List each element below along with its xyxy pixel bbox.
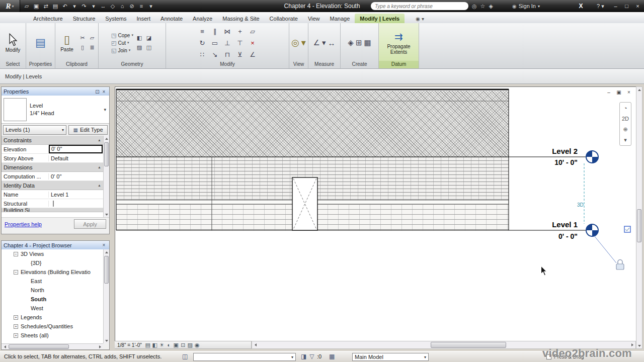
match-type-icon[interactable]: ▯	[78, 44, 87, 52]
search-box[interactable]	[371, 2, 468, 10]
level-1-name[interactable]: Level 1	[507, 220, 578, 229]
collapse-icon[interactable]: ▲	[98, 165, 103, 169]
browser-horizontal-scrollbar[interactable]	[2, 343, 103, 349]
scrollbar-thumb[interactable]	[9, 344, 69, 349]
scrollbar-thumb[interactable]	[104, 256, 109, 284]
view-close-icon[interactable]: ×	[626, 89, 632, 95]
properties-button[interactable]: ▤	[28, 37, 53, 49]
structural-checkbox[interactable]	[53, 201, 54, 207]
sync-icon[interactable]: ⇄	[42, 3, 49, 10]
level-2-name[interactable]: Level 2	[507, 147, 578, 155]
measure-angle-icon[interactable]: ∠	[249, 50, 257, 58]
save-icon[interactable]: ▣	[33, 3, 40, 10]
trim-icon[interactable]: ▭	[211, 39, 219, 47]
elevation-value-field[interactable]: 0' 0"	[49, 145, 103, 153]
temporary-hide-icon[interactable]: ▨	[187, 342, 194, 348]
panel-label-select[interactable]: Select	[0, 61, 26, 68]
offset-icon[interactable]: ∥	[211, 27, 219, 35]
tab-collaborate[interactable]: Collaborate	[265, 14, 303, 23]
scroll-down-icon[interactable]	[104, 212, 109, 217]
tab-massing-site[interactable]: Massing & Site	[217, 14, 264, 23]
beam-joins-icon[interactable]: ◫	[145, 44, 153, 52]
tab-annotate[interactable]: Annotate	[155, 14, 188, 23]
worksets-combo[interactable]: ▾	[193, 353, 296, 361]
browser-item-schedules[interactable]: + Schedules/Quantities	[2, 322, 103, 331]
view-scale-button[interactable]: 1/8" = 1'-0"	[117, 342, 142, 348]
edit-type-button[interactable]: ▦ Edit Type	[68, 125, 108, 135]
undo-dropdown-icon[interactable]: ▾	[71, 3, 78, 10]
panel-label-measure[interactable]: Measure	[308, 61, 340, 68]
properties-scrollbar[interactable]	[103, 136, 109, 217]
panel-label-geometry[interactable]: Geometry	[99, 61, 166, 68]
measure-dropdown-icon[interactable]: ▾	[322, 38, 326, 47]
scroll-down-icon[interactable]	[636, 343, 642, 348]
filter-icon[interactable]: ▽	[309, 353, 314, 360]
move-icon[interactable]: +	[236, 27, 244, 35]
crop-view-icon[interactable]: ▣	[173, 342, 180, 348]
join-button[interactable]: ◱ Join ▾	[111, 47, 133, 54]
create-similar-icon[interactable]: ⊞	[356, 38, 362, 47]
apply-button[interactable]: Apply	[74, 219, 106, 229]
create-assembly-icon[interactable]: ▦	[364, 38, 371, 47]
scroll-right-icon[interactable]	[97, 344, 103, 350]
tree-expand-icon[interactable]: +	[14, 315, 18, 320]
copy-to-clipboard-icon[interactable]: ▱	[88, 34, 96, 42]
project-browser-header[interactable]: Chapter 4 - Project Browser ×	[2, 241, 109, 249]
level-1-elevation[interactable]: 0' - 0"	[507, 232, 578, 240]
browser-item-south[interactable]: South	[2, 295, 103, 304]
copy-icon[interactable]: ▱	[249, 27, 257, 35]
undo-icon[interactable]: ↶	[61, 3, 68, 10]
tab-analyze[interactable]: Analyze	[188, 14, 217, 23]
default-3d-view-icon[interactable]: ⌂	[119, 3, 126, 9]
tree-expand-icon[interactable]: +	[14, 333, 18, 338]
browser-vertical-scrollbar[interactable]	[103, 249, 109, 343]
tree-expand-icon[interactable]: +	[14, 324, 18, 329]
align-icon[interactable]: ≡	[198, 27, 206, 35]
editable-only-icon[interactable]: ◨	[301, 353, 306, 360]
tab-modify-levels[interactable]: Modify | Levels	[355, 14, 405, 23]
hide-in-view-icon[interactable]: ◎	[291, 37, 299, 48]
panel-label-modify[interactable]: Modify	[166, 61, 289, 68]
section-row-identity-data[interactable]: Identity Data ▲	[2, 181, 103, 190]
wall-joins-icon[interactable]: ▨	[135, 44, 143, 52]
delete-icon[interactable]: ×	[249, 39, 257, 47]
detail-level-icon[interactable]: ▤	[144, 342, 151, 348]
mirror-icon[interactable]: ⋈	[223, 27, 231, 35]
drawing-vertical-scrollbar[interactable]	[636, 86, 642, 349]
paste-button[interactable]: ▯ Paste	[57, 34, 76, 52]
paint-icon[interactable]: ◧	[135, 34, 143, 42]
type-selector-dropdown-icon[interactable]: ▾	[104, 107, 107, 112]
redo-icon[interactable]: ↷	[80, 3, 88, 10]
sun-path-icon[interactable]: ☀	[158, 342, 166, 348]
aligned-dimension-icon[interactable]: ↔	[328, 39, 335, 47]
scroll-left-icon[interactable]	[252, 341, 259, 348]
browser-close-icon[interactable]: ×	[101, 242, 107, 248]
browser-item-3d-views[interactable]: − 3D Views	[2, 249, 103, 258]
wheel-2d-icon[interactable]: 2D	[621, 115, 630, 123]
section-row-constraints[interactable]: Constraints ▲	[2, 136, 103, 145]
window-maximize-icon[interactable]: □	[623, 3, 630, 9]
tag-icon[interactable]: ◇	[109, 3, 116, 10]
collapse-icon[interactable]: ▲	[98, 184, 103, 187]
palette-dock-icon[interactable]: ⊡	[94, 89, 101, 95]
tab-manage[interactable]: Manage	[325, 14, 355, 23]
measure-icon[interactable]: ∠	[313, 38, 320, 47]
split-icon[interactable]: ⊥	[223, 39, 231, 47]
modify-button[interactable]: Modify	[2, 33, 24, 53]
browser-item-west[interactable]: West	[2, 304, 103, 313]
help-button[interactable]: ? ▾	[597, 0, 604, 12]
unpin-icon[interactable]: ⊻	[236, 50, 244, 58]
section-row-dimensions[interactable]: Dimensions ▲	[2, 163, 103, 172]
panel-label-view[interactable]: View	[289, 61, 308, 68]
application-menu-button[interactable]: R ▾	[0, 0, 20, 12]
cope-button[interactable]: ◳ Cope ▾	[111, 32, 133, 39]
extend-icon[interactable]: ⊓	[223, 50, 231, 58]
computation-value-field[interactable]: 0' 0"	[49, 173, 103, 179]
cut-button[interactable]: ◰ Cut ▾	[111, 40, 133, 46]
scrollbar-thumb[interactable]	[104, 142, 109, 166]
collapse-icon[interactable]: ▲	[98, 138, 103, 142]
propagate-extents-button[interactable]: ⇉ Propagate Extents	[383, 31, 415, 55]
browser-item-sheets[interactable]: + Sheets (all)	[2, 331, 103, 340]
rotate-icon[interactable]: ↻	[198, 39, 206, 47]
open-icon[interactable]: ▱	[23, 3, 30, 10]
